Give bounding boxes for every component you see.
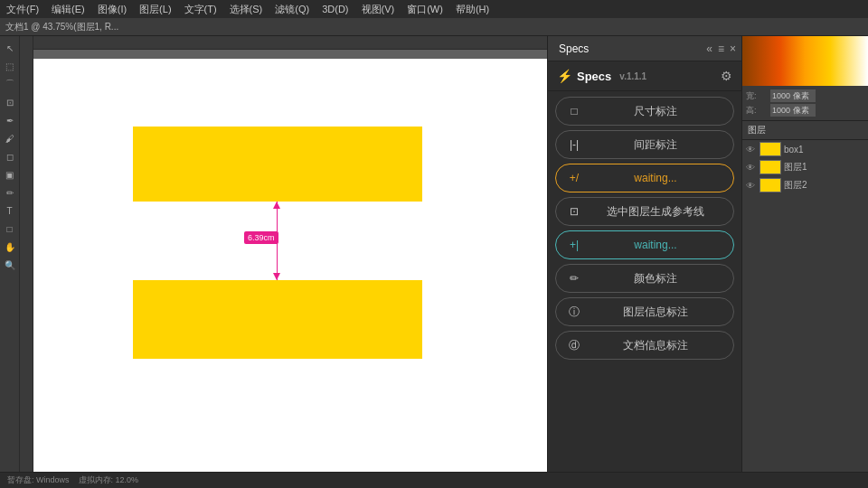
waiting1-label: waiting... (589, 172, 722, 184)
tool-pen[interactable]: ✏ (2, 184, 18, 201)
right-panel: 宽: 高: 图层 👁 box1 👁 图层1 👁 (741, 36, 868, 472)
menu-edit[interactable]: 编辑(E) (49, 3, 88, 16)
tool-move[interactable]: ↖ (2, 40, 18, 56)
layer-name-box1: box1 (784, 145, 804, 155)
specs-panel: Specs « ≡ × ⚡ Specs v.1.1.1 ⚙ □ 尺寸标注 (547, 36, 741, 472)
tool-gradient[interactable]: ▣ (2, 166, 18, 183)
rp-input-width[interactable] (770, 89, 816, 102)
waiting1-icon: +/ (567, 172, 581, 184)
tool-eraser[interactable]: ◻ (2, 148, 18, 164)
spacing-annotation-icon: |-| (567, 138, 581, 151)
tool-shape[interactable]: □ (2, 221, 18, 237)
specs-buttons: □ 尺寸标注 |-| 间距标注 +/ waiting... ⊡ 选中图层生成参考… (548, 91, 741, 472)
waiting2-button[interactable]: +| waiting... (555, 230, 734, 259)
menu-layer[interactable]: 图层(L) (137, 3, 174, 16)
generate-guide-icon: ⊡ (567, 205, 581, 218)
layer-thumb-box1 (760, 142, 781, 156)
menu-window[interactable]: 窗口(W) (404, 3, 446, 16)
layer-item-2[interactable]: 👁 图层2 (742, 176, 868, 194)
ruler-vertical (20, 36, 33, 472)
specs-title: ⚡ Specs v.1.1.1 (557, 69, 646, 83)
layer-name-1: 图层1 (784, 161, 807, 174)
main-area: ↖ ⬚ ⌒ ⊡ ✒ 🖌 ◻ ▣ ✏ T □ ✋ 🔍 (0, 36, 868, 472)
toolbar: 文档1 @ 43.75%(图层1, R... (0, 18, 868, 36)
toolbar-doc[interactable]: 文档1 @ 43.75%(图层1, R... (5, 21, 118, 33)
menu-image[interactable]: 图像(I) (95, 3, 129, 16)
layer-info-button[interactable]: ⓘ 图层信息标注 (555, 297, 734, 326)
generate-guide-button[interactable]: ⊡ 选中图层生成参考线 (555, 197, 734, 226)
canvas-scroll[interactable]: 6.39cm (33, 50, 547, 472)
generate-guide-label: 选中图层生成参考线 (589, 204, 722, 220)
color-annotation-button[interactable]: ✏ 颜色标注 (555, 264, 734, 293)
specs-gear-icon[interactable]: ⚙ (721, 69, 732, 83)
layers-header: 图层 (742, 121, 868, 140)
tool-brush[interactable]: 🖌 (2, 130, 18, 146)
menu-bar: 文件(F) 编辑(E) 图像(I) 图层(L) 文字(T) 选择(S) 滤镜(Q… (0, 0, 868, 18)
right-panel-tools: 宽: 高: (742, 86, 868, 120)
measurement-label: 6.39cm (244, 231, 278, 244)
size-annotation-button[interactable]: □ 尺寸标注 (555, 97, 734, 126)
tool-zoom[interactable]: 🔍 (2, 257, 18, 273)
status-text-1: 暂存盘: Windows (7, 474, 70, 486)
layer-info-label: 图层信息标注 (589, 305, 722, 320)
menu-text[interactable]: 文字(T) (182, 3, 220, 16)
layer-eye-icon: 👁 (746, 145, 755, 155)
rp-row-1: 宽: (746, 89, 864, 102)
tool-select[interactable]: ⬚ (2, 58, 18, 74)
specs-title-text: Specs (577, 70, 611, 83)
menu-select[interactable]: 选择(S) (227, 3, 266, 16)
menu-3d[interactable]: 3D(D) (319, 4, 351, 14)
tool-lasso[interactable]: ⌒ (2, 76, 18, 92)
specs-title-row: ⚡ Specs v.1.1.1 ⚙ (548, 61, 741, 91)
specs-menu-icon[interactable]: ≡ (718, 42, 724, 55)
layer-item-1[interactable]: 👁 图层1 (742, 158, 868, 176)
size-annotation-icon: □ (567, 105, 581, 117)
layer-eye-icon-2: 👁 (746, 181, 755, 191)
color-preview (742, 36, 868, 86)
tool-crop[interactable]: ⊡ (2, 94, 18, 110)
layers-section: 图层 👁 box1 👁 图层1 👁 图层2 (742, 120, 868, 472)
arrow-down-icon (273, 273, 280, 280)
rp-input-height[interactable] (770, 104, 816, 117)
tool-eyedropper[interactable]: ✒ (2, 112, 18, 128)
canvas-rulers: 6.39cm (20, 36, 547, 472)
specs-header: Specs « ≡ × (548, 36, 741, 61)
layer-eye-icon-1: 👁 (746, 163, 755, 173)
specs-header-icons: « ≡ × (706, 42, 736, 55)
canvas-wrapper: 6.39cm (20, 36, 547, 472)
ruler-horizontal (33, 36, 547, 50)
right-panel-top (742, 36, 868, 86)
color-annotation-label: 颜色标注 (589, 271, 722, 286)
layer-thumb-1 (760, 160, 781, 174)
spacing-annotation-label: 间距标注 (589, 137, 722, 153)
waiting1-button[interactable]: +/ waiting... (555, 164, 734, 192)
layer-thumb-2 (760, 178, 781, 192)
tool-text[interactable]: T (2, 202, 18, 219)
status-bar: 暂存盘: Windows 虚拟内存: 12.0% (0, 472, 868, 488)
tool-hand[interactable]: ✋ (2, 239, 18, 255)
specs-close-icon[interactable]: × (730, 42, 736, 55)
waiting2-icon: +| (567, 239, 581, 251)
menu-file[interactable]: 文件(F) (4, 3, 42, 16)
rect-bottom[interactable] (133, 280, 422, 359)
menu-view[interactable]: 视图(V) (359, 3, 398, 16)
specs-tab[interactable]: Specs (553, 41, 594, 57)
canvas-document: 6.39cm (33, 59, 547, 472)
layer-name-2: 图层2 (784, 179, 807, 192)
menu-help[interactable]: 帮助(H) (453, 3, 492, 16)
waiting2-label: waiting... (589, 239, 722, 251)
spacing-annotation-button[interactable]: |-| 间距标注 (555, 130, 734, 159)
rp-label-2: 高: (746, 105, 769, 117)
layer-item-box1[interactable]: 👁 box1 (742, 140, 868, 158)
size-annotation-label: 尺寸标注 (589, 104, 722, 119)
layer-info-icon: ⓘ (567, 305, 581, 320)
doc-info-button[interactable]: ⓓ 文档信息标注 (555, 331, 734, 360)
left-tools: ↖ ⬚ ⌒ ⊡ ✒ 🖌 ◻ ▣ ✏ T □ ✋ 🔍 (0, 36, 20, 472)
rp-label-1: 宽: (746, 90, 769, 102)
specs-title-icon: ⚡ (557, 69, 572, 83)
rect-top[interactable] (133, 127, 422, 202)
rp-row-2: 高: (746, 104, 864, 117)
menu-filter[interactable]: 滤镜(Q) (272, 3, 312, 16)
doc-info-label: 文档信息标注 (589, 338, 722, 353)
specs-back-icon[interactable]: « (706, 42, 712, 55)
